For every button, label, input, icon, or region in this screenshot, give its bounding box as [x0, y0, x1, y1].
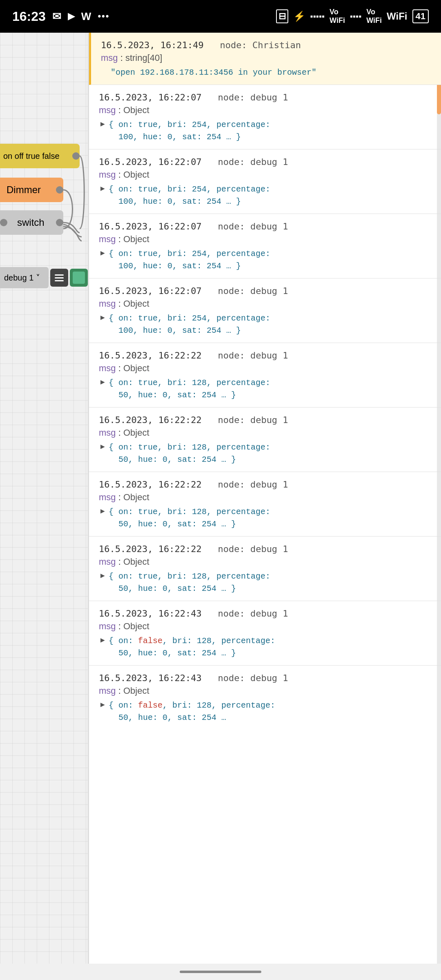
msg-9-content: ▶ { on: true, bri: 128, percentage: 50, … — [99, 570, 431, 595]
node-on-off-true-false[interactable]: on off true false — [0, 144, 80, 168]
msg-6-arrow: ▶ — [100, 377, 105, 388]
node-dimmer-label: Dimmer — [0, 184, 56, 196]
msg-2-content: ▶ { on: true, bri: 254, percentage: 100,… — [99, 119, 431, 143]
msg-4-content: ▶ { on: true, bri: 254, percentage: 100,… — [99, 248, 431, 272]
msg-3-type: msg : Object — [99, 169, 431, 180]
debug-node-label-box[interactable]: debug 1 ˅ — [0, 267, 49, 288]
status-time: 16:23 — [12, 9, 46, 24]
msg-7-content: ▶ { on: true, bri: 128, percentage: 50, … — [99, 441, 431, 466]
more-icon: ••• — [98, 11, 109, 22]
msg-11-timestamp: 16.5.2023, 16:22:43 node: debug 1 — [99, 673, 431, 683]
home-indicator-bar — [0, 964, 441, 980]
node-switch-label: switch — [11, 217, 56, 228]
msg-4-timestamp: 16.5.2023, 16:22:07 node: debug 1 — [99, 221, 431, 232]
msg-2-type: msg : Object — [99, 105, 431, 116]
signal2-icon: ▪▪▪▪ — [350, 12, 361, 21]
wifi-icon: WiFi — [387, 11, 407, 22]
node-dimmer-output-port — [56, 186, 63, 194]
msg-3-arrow: ▶ — [100, 183, 105, 194]
play-icon: ▶ — [68, 11, 75, 22]
node-switch-input-port — [0, 219, 7, 226]
debug-list-icon — [55, 274, 64, 281]
node-on-off-true-false-output-port — [72, 152, 80, 160]
msg-8-timestamp: 16.5.2023, 16:22:22 node: debug 1 — [99, 479, 431, 490]
msg-5-type: msg : Object — [99, 298, 431, 309]
node-switch[interactable]: switch — [0, 210, 63, 235]
debug-message-10: 16.5.2023, 16:22:43 node: debug 1 msg : … — [89, 601, 441, 666]
msg-1-type: msg : string[40] — [101, 53, 431, 63]
status-bar-left: 16:23 ✉ ▶ W ••• — [12, 9, 110, 24]
debug-message-3: 16.5.2023, 16:22:07 node: debug 1 msg : … — [89, 149, 441, 214]
node-dimmer[interactable]: Dimmer — [0, 178, 63, 202]
bluetooth-icon: ⚡ — [293, 11, 305, 22]
msg-3-timestamp: 16.5.2023, 16:22:07 node: debug 1 — [99, 157, 431, 167]
msg-9-timestamp: 16.5.2023, 16:22:22 node: debug 1 — [99, 544, 431, 554]
debug-panel[interactable]: 16.5.2023, 16:21:49 node: Christian msg … — [88, 33, 441, 980]
vo-wifi2-label: VoWiFi — [366, 8, 382, 25]
battery-percent: 41 — [416, 11, 425, 21]
msg-2-arrow: ▶ — [100, 119, 105, 130]
msg-2-timestamp: 16.5.2023, 16:22:07 node: debug 1 — [99, 92, 431, 102]
debug-message-11: 16.5.2023, 16:22:43 node: debug 1 msg : … — [89, 666, 441, 730]
status-bar-right: ⊟ ⚡ ▪▪▪▪▪ VoWiFi ▪▪▪▪ VoWiFi WiFi 41 — [276, 8, 429, 25]
signal-icon: ▪▪▪▪▪ — [310, 12, 325, 21]
main-container: on off true false Dimmer switch — [0, 33, 441, 980]
msg-6-timestamp: 16.5.2023, 16:22:22 node: debug 1 — [99, 350, 431, 361]
msg-10-timestamp: 16.5.2023, 16:22:43 node: debug 1 — [99, 608, 431, 619]
msg-10-content: ▶ { on: false, bri: 128, percentage: 50,… — [99, 635, 431, 659]
debug-node-bar[interactable]: debug 1 ˅ — [0, 265, 88, 290]
notification-icon: ✉ — [52, 10, 61, 23]
msg-5-content: ▶ { on: true, bri: 254, percentage: 100,… — [99, 312, 431, 337]
msg-6-type: msg : Object — [99, 363, 431, 374]
msg-7-timestamp: 16.5.2023, 16:22:22 node: debug 1 — [99, 415, 431, 425]
battery-label: 41 — [412, 9, 429, 23]
msg-3-content: ▶ { on: true, bri: 254, percentage: 100,… — [99, 183, 431, 208]
debug-message-9: 16.5.2023, 16:22:22 node: debug 1 msg : … — [89, 537, 441, 601]
msg-10-arrow: ▶ — [100, 635, 105, 646]
node-on-off-true-false-label: on off true false — [0, 151, 72, 161]
debug-message-6: 16.5.2023, 16:22:22 node: debug 1 msg : … — [89, 343, 441, 408]
status-bar: 16:23 ✉ ▶ W ••• ⊟ ⚡ ▪▪▪▪▪ VoWiFi ▪▪▪▪ Vo… — [0, 0, 441, 33]
msg-10-type: msg : Object — [99, 621, 431, 632]
msg-4-type: msg : Object — [99, 234, 431, 245]
sim-icon: ⊟ — [276, 9, 288, 23]
msg-7-arrow: ▶ — [100, 441, 105, 452]
debug-message-5: 16.5.2023, 16:22:07 node: debug 1 msg : … — [89, 278, 441, 343]
flow-panel: on off true false Dimmer switch — [0, 33, 88, 980]
debug-node-label: debug 1 ˅ — [4, 273, 40, 283]
debug-message-7: 16.5.2023, 16:22:22 node: debug 1 msg : … — [89, 408, 441, 472]
debug-message-2: 16.5.2023, 16:22:07 node: debug 1 msg : … — [89, 85, 441, 149]
debug-toggle-active-icon — [73, 272, 85, 284]
msg-1-timestamp: 16.5.2023, 16:21:49 node: Christian — [101, 40, 431, 50]
msg-1-content: "open 192.168.178.11:3456 in your browse… — [101, 67, 431, 79]
debug-message-4: 16.5.2023, 16:22:07 node: debug 1 msg : … — [89, 214, 441, 278]
msg-6-content: ▶ { on: true, bri: 128, percentage: 50, … — [99, 377, 431, 401]
msg-9-type: msg : Object — [99, 557, 431, 567]
debug-message-8: 16.5.2023, 16:22:22 node: debug 1 msg : … — [89, 472, 441, 537]
msg-5-arrow: ▶ — [100, 312, 105, 323]
msg-8-content: ▶ { on: true, bri: 128, percentage: 50, … — [99, 506, 431, 530]
msg-7-type: msg : Object — [99, 428, 431, 438]
w-icon: W — [81, 10, 91, 23]
msg-11-type: msg : Object — [99, 686, 431, 696]
home-indicator — [180, 971, 261, 973]
node-switch-output-port — [56, 219, 63, 226]
debug-toggle-button[interactable] — [70, 269, 88, 287]
msg-4-arrow: ▶ — [100, 248, 105, 259]
msg-5-timestamp: 16.5.2023, 16:22:07 node: debug 1 — [99, 286, 431, 296]
msg-9-arrow: ▶ — [100, 570, 105, 581]
vo-wifi-label: VoWiFi — [330, 8, 345, 25]
msg-11-content: ▶ { on: false, bri: 128, percentage: 50,… — [99, 699, 431, 724]
msg-11-arrow: ▶ — [100, 699, 105, 710]
msg-8-arrow: ▶ — [100, 506, 105, 517]
debug-list-button[interactable] — [50, 269, 68, 287]
debug-message-1: 16.5.2023, 16:21:49 node: Christian msg … — [89, 33, 441, 85]
msg-8-type: msg : Object — [99, 492, 431, 503]
